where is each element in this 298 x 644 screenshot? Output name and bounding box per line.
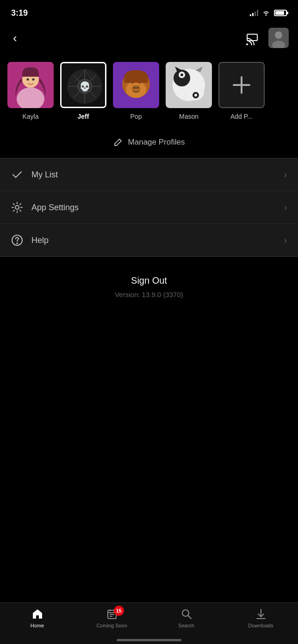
gear-icon (11, 201, 23, 213)
svg-point-37 (194, 94, 197, 97)
svg-point-28 (134, 87, 136, 89)
top-nav-right (246, 28, 289, 48)
manage-profiles-button[interactable]: Manage Profiles (0, 129, 298, 158)
manage-profiles-label: Manage Profiles (128, 138, 185, 147)
menu-item-help[interactable]: Help › (0, 224, 298, 256)
profile-name-add: Add P... (230, 113, 253, 120)
status-icons (250, 10, 287, 16)
back-button[interactable]: ‹ (9, 29, 21, 47)
profiles-section: Kayla 💀 Jeff (0, 57, 298, 129)
question-icon (11, 234, 23, 246)
battery-icon (274, 10, 287, 16)
profile-jeff[interactable]: 💀 Jeff (60, 62, 106, 120)
profile-name-mason: Mason (179, 113, 199, 120)
tab-label-downloads: Downloads (248, 623, 273, 628)
tab-search[interactable]: Search (149, 608, 224, 628)
edit-icon (113, 138, 123, 147)
status-bar: 3:19 (0, 0, 298, 23)
profile-name-kayla: Kayla (22, 113, 38, 120)
profile-avatar-jeff: 💀 (60, 62, 106, 108)
svg-point-40 (15, 206, 19, 209)
coming-soon-badge: 15 (114, 606, 124, 616)
svg-point-29 (137, 87, 138, 89)
menu-item-app-settings[interactable]: App Settings › (0, 191, 298, 224)
profile-avatar-kayla (7, 62, 54, 108)
svg-point-34 (180, 73, 183, 76)
menu-label-app-settings: App Settings (31, 203, 276, 213)
svg-point-42 (17, 243, 18, 244)
svg-point-1 (246, 43, 248, 45)
menu-item-my-list[interactable]: My List › (0, 158, 298, 191)
profile-add[interactable]: Add P... (218, 62, 265, 120)
profile-avatar-add (218, 62, 265, 108)
sign-out-button[interactable]: Sign Out (0, 275, 298, 286)
tab-label-home: Home (31, 623, 44, 628)
profile-kayla[interactable]: Kayla (7, 62, 54, 120)
status-time: 3:19 (11, 8, 28, 18)
tab-coming-soon[interactable]: 15 Coming Soon (74, 608, 149, 628)
tab-bar: Home 15 Coming Soon Search (0, 602, 298, 644)
profile-mason[interactable]: Mason (166, 62, 212, 120)
cast-icon[interactable] (246, 30, 261, 45)
svg-rect-0 (247, 34, 257, 41)
profile-pop[interactable]: Pop (113, 62, 159, 120)
profile-avatar-mason (166, 62, 212, 108)
search-icon (180, 608, 193, 620)
signal-icon (250, 10, 258, 16)
tab-downloads[interactable]: Downloads (224, 608, 298, 628)
profile-name-pop: Pop (130, 113, 142, 120)
tab-label-coming-soon: Coming Soon (96, 623, 127, 628)
svg-point-9 (32, 79, 35, 81)
svg-point-8 (27, 79, 29, 81)
profile-name-jeff: Jeff (78, 113, 89, 120)
svg-line-50 (188, 616, 191, 619)
user-avatar[interactable] (268, 28, 289, 48)
home-indicator (117, 639, 181, 641)
svg-text:💀: 💀 (79, 81, 91, 92)
svg-point-3 (275, 31, 282, 39)
downloads-icon (255, 608, 267, 620)
menu-label-my-list: My List (31, 170, 276, 180)
menu-section: My List › App Settings › Help › (0, 158, 298, 257)
top-nav: ‹ (0, 23, 298, 57)
chevron-icon-my-list: › (284, 170, 287, 180)
chevron-icon-app-settings: › (284, 203, 287, 213)
sign-out-section: Sign Out Version: 13.9.0 (3370) (0, 257, 298, 308)
home-icon (31, 608, 44, 620)
version-text: Version: 13.9.0 (3370) (0, 291, 298, 298)
chevron-icon-help: › (284, 236, 287, 245)
checkmark-icon (11, 169, 23, 181)
user-avatar-image (268, 28, 289, 48)
profile-avatar-pop (113, 62, 159, 108)
tab-label-search: Search (178, 623, 194, 628)
menu-label-help: Help (31, 236, 276, 245)
tab-home[interactable]: Home (0, 608, 74, 628)
wifi-icon (262, 10, 270, 16)
